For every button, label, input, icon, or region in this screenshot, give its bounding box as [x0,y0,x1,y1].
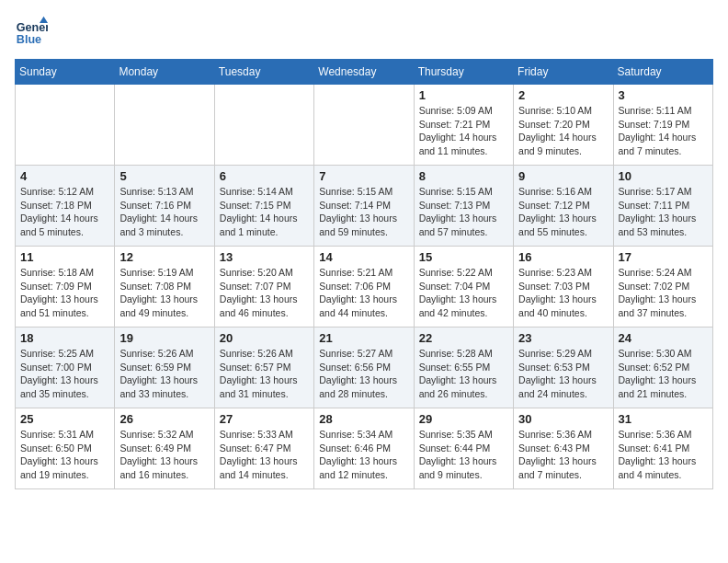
day-info: Sunrise: 5:24 AM Sunset: 7:02 PM Dayligh… [619,266,708,320]
day-number: 19 [119,331,209,345]
calendar-cell: 5Sunrise: 5:13 AM Sunset: 7:16 PM Daylig… [115,166,214,247]
day-number: 22 [419,331,508,345]
day-info: Sunrise: 5:16 AM Sunset: 7:12 PM Dayligh… [518,185,608,239]
calendar-cell: 11Sunrise: 5:18 AM Sunset: 7:09 PM Dayli… [16,247,115,327]
day-number: 7 [319,169,408,183]
calendar-cell: 4Sunrise: 5:12 AM Sunset: 7:18 PM Daylig… [16,166,115,247]
day-info: Sunrise: 5:11 AM Sunset: 7:19 PM Dayligh… [619,104,708,158]
day-number: 13 [220,250,309,264]
calendar-cell: 6Sunrise: 5:14 AM Sunset: 7:15 PM Daylig… [214,166,313,247]
calendar-cell: 22Sunrise: 5:28 AM Sunset: 6:55 PM Dayli… [414,327,513,408]
day-info: Sunrise: 5:26 AM Sunset: 6:57 PM Dayligh… [220,347,309,401]
day-number: 27 [220,412,309,426]
day-info: Sunrise: 5:36 AM Sunset: 6:41 PM Dayligh… [619,428,708,482]
calendar-cell [115,85,214,166]
calendar-cell: 14Sunrise: 5:21 AM Sunset: 7:06 PM Dayli… [314,247,414,327]
day-info: Sunrise: 5:27 AM Sunset: 6:56 PM Dayligh… [319,347,408,401]
calendar-cell: 3Sunrise: 5:11 AM Sunset: 7:19 PM Daylig… [613,85,712,166]
day-number: 24 [619,331,708,345]
calendar-cell: 28Sunrise: 5:34 AM Sunset: 6:46 PM Dayli… [314,408,414,489]
calendar-cell: 12Sunrise: 5:19 AM Sunset: 7:08 PM Dayli… [115,247,214,327]
calendar-cell: 15Sunrise: 5:22 AM Sunset: 7:04 PM Dayli… [414,247,513,327]
day-info: Sunrise: 5:35 AM Sunset: 6:44 PM Dayligh… [419,428,508,482]
day-info: Sunrise: 5:33 AM Sunset: 6:47 PM Dayligh… [220,428,309,482]
day-info: Sunrise: 5:23 AM Sunset: 7:03 PM Dayligh… [518,266,608,320]
day-header-sunday: Sunday [16,60,115,85]
calendar-cell: 21Sunrise: 5:27 AM Sunset: 6:56 PM Dayli… [314,327,414,408]
day-info: Sunrise: 5:34 AM Sunset: 6:46 PM Dayligh… [319,428,408,482]
day-number: 20 [220,331,309,345]
calendar-week-row: 1Sunrise: 5:09 AM Sunset: 7:21 PM Daylig… [16,85,713,166]
day-number: 10 [619,169,708,183]
day-number: 31 [619,412,708,426]
day-info: Sunrise: 5:20 AM Sunset: 7:07 PM Dayligh… [220,266,309,320]
day-number: 29 [419,412,508,426]
page-header: General Blue [15,15,713,48]
calendar-cell: 26Sunrise: 5:32 AM Sunset: 6:49 PM Dayli… [115,408,214,489]
calendar-cell: 18Sunrise: 5:25 AM Sunset: 7:00 PM Dayli… [16,327,115,408]
day-info: Sunrise: 5:18 AM Sunset: 7:09 PM Dayligh… [20,266,109,320]
day-number: 9 [518,169,608,183]
day-number: 3 [619,88,708,102]
calendar-cell: 17Sunrise: 5:24 AM Sunset: 7:02 PM Dayli… [613,247,712,327]
day-number: 18 [20,331,109,345]
calendar-cell: 16Sunrise: 5:23 AM Sunset: 7:03 PM Dayli… [514,247,613,327]
calendar-cell: 7Sunrise: 5:15 AM Sunset: 7:14 PM Daylig… [314,166,414,247]
calendar-cell: 10Sunrise: 5:17 AM Sunset: 7:11 PM Dayli… [613,166,712,247]
day-number: 25 [20,412,109,426]
calendar-cell [214,85,313,166]
calendar-cell: 31Sunrise: 5:36 AM Sunset: 6:41 PM Dayli… [613,408,712,489]
day-number: 23 [518,331,608,345]
day-header-saturday: Saturday [613,60,712,85]
day-number: 17 [619,250,708,264]
day-info: Sunrise: 5:10 AM Sunset: 7:20 PM Dayligh… [518,104,608,158]
day-number: 11 [20,250,109,264]
day-number: 26 [119,412,209,426]
day-header-tuesday: Tuesday [214,60,313,85]
calendar-cell: 9Sunrise: 5:16 AM Sunset: 7:12 PM Daylig… [514,166,613,247]
day-number: 28 [319,412,408,426]
day-info: Sunrise: 5:31 AM Sunset: 6:50 PM Dayligh… [20,428,109,482]
calendar-cell: 19Sunrise: 5:26 AM Sunset: 6:59 PM Dayli… [115,327,214,408]
day-number: 14 [319,250,408,264]
calendar-cell: 30Sunrise: 5:36 AM Sunset: 6:43 PM Dayli… [514,408,613,489]
day-info: Sunrise: 5:09 AM Sunset: 7:21 PM Dayligh… [419,104,508,158]
calendar-cell: 8Sunrise: 5:15 AM Sunset: 7:13 PM Daylig… [414,166,513,247]
calendar-week-row: 25Sunrise: 5:31 AM Sunset: 6:50 PM Dayli… [16,408,713,489]
calendar-cell: 27Sunrise: 5:33 AM Sunset: 6:47 PM Dayli… [214,408,313,489]
calendar-header-row: SundayMondayTuesdayWednesdayThursdayFrid… [16,60,713,85]
day-info: Sunrise: 5:28 AM Sunset: 6:55 PM Dayligh… [419,347,508,401]
calendar-cell: 24Sunrise: 5:30 AM Sunset: 6:52 PM Dayli… [613,327,712,408]
day-header-wednesday: Wednesday [314,60,414,85]
day-info: Sunrise: 5:21 AM Sunset: 7:06 PM Dayligh… [319,266,408,320]
calendar-cell: 2Sunrise: 5:10 AM Sunset: 7:20 PM Daylig… [514,85,613,166]
day-header-friday: Friday [514,60,613,85]
day-header-monday: Monday [115,60,214,85]
day-info: Sunrise: 5:15 AM Sunset: 7:13 PM Dayligh… [419,185,508,239]
day-number: 5 [119,169,209,183]
calendar-cell: 13Sunrise: 5:20 AM Sunset: 7:07 PM Dayli… [214,247,313,327]
logo: General Blue [15,15,51,48]
day-info: Sunrise: 5:14 AM Sunset: 7:15 PM Dayligh… [220,185,309,239]
day-info: Sunrise: 5:13 AM Sunset: 7:16 PM Dayligh… [119,185,209,239]
svg-text:Blue: Blue [17,33,41,46]
calendar-week-row: 11Sunrise: 5:18 AM Sunset: 7:09 PM Dayli… [16,247,713,327]
day-number: 30 [518,412,608,426]
day-number: 15 [419,250,508,264]
calendar-cell: 23Sunrise: 5:29 AM Sunset: 6:53 PM Dayli… [514,327,613,408]
day-number: 4 [20,169,109,183]
calendar-week-row: 18Sunrise: 5:25 AM Sunset: 7:00 PM Dayli… [16,327,713,408]
calendar-cell: 1Sunrise: 5:09 AM Sunset: 7:21 PM Daylig… [414,85,513,166]
calendar-week-row: 4Sunrise: 5:12 AM Sunset: 7:18 PM Daylig… [16,166,713,247]
day-info: Sunrise: 5:32 AM Sunset: 6:49 PM Dayligh… [119,428,209,482]
calendar-cell: 29Sunrise: 5:35 AM Sunset: 6:44 PM Dayli… [414,408,513,489]
logo-icon: General Blue [15,15,48,48]
day-info: Sunrise: 5:29 AM Sunset: 6:53 PM Dayligh… [518,347,608,401]
svg-marker-2 [40,17,48,23]
day-info: Sunrise: 5:22 AM Sunset: 7:04 PM Dayligh… [419,266,508,320]
day-number: 21 [319,331,408,345]
day-info: Sunrise: 5:26 AM Sunset: 6:59 PM Dayligh… [119,347,209,401]
day-number: 8 [419,169,508,183]
day-number: 6 [220,169,309,183]
day-number: 12 [119,250,209,264]
